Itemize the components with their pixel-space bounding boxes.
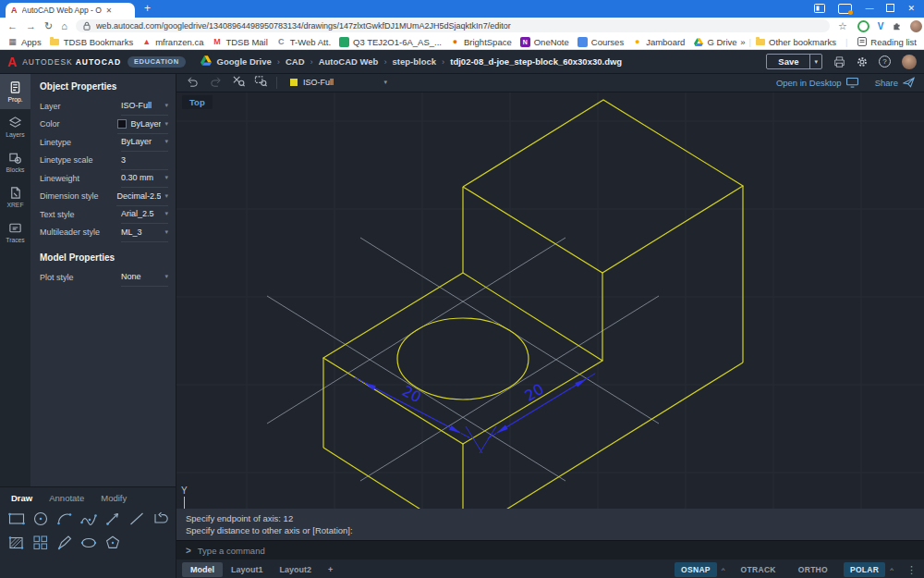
bookmark-item[interactable]: Q3 TEJ2O1-6A_AS_...	[339, 37, 442, 47]
save-button[interactable]: Save ▾	[766, 54, 822, 69]
draw-tools-row1	[0, 507, 176, 531]
reading-icon	[857, 37, 867, 47]
tool-revcloud[interactable]	[53, 531, 77, 555]
cast-icon[interactable]	[814, 4, 825, 15]
breadcrumb-item[interactable]: Google Drive	[217, 56, 272, 67]
toggle-caret-icon[interactable]: ^	[890, 566, 894, 574]
open-in-desktop-button[interactable]: Open in Desktop	[776, 78, 858, 88]
layout-tab-+[interactable]: +	[320, 562, 341, 577]
toggle-ortho[interactable]: ORTHO	[792, 562, 834, 577]
property-row-multileader-style: Multileader styleML_3▾	[40, 224, 168, 242]
browser-tab[interactable]: A AutoCAD Web App - Online CAD ✕	[6, 3, 135, 18]
draw-tab-draw[interactable]: Draw	[11, 493, 32, 503]
breadcrumb-item[interactable]: step-block	[393, 56, 437, 67]
bookmark-item[interactable]: CT-Web Att.	[276, 37, 331, 47]
property-value-dropdown[interactable]: ByLayer▾	[121, 133, 168, 153]
draw-tab-modify[interactable]: Modify	[101, 493, 127, 503]
bookmark-item[interactable]: TDSB Bookmarks	[50, 37, 134, 47]
forward-icon[interactable]: →	[26, 21, 36, 31]
property-value-dropdown[interactable]: Arial_2.5▾	[121, 205, 168, 225]
bookmark-item-other-bookmarks[interactable]: Other bookmarks	[755, 37, 836, 47]
bookmark-item[interactable]: ▲mfranzen.ca	[141, 37, 203, 47]
draw-tab-annotate[interactable]: Annotate	[49, 493, 84, 503]
bookmark-item[interactable]: ●BrightSpace	[450, 37, 512, 47]
home-icon[interactable]: ⌂	[61, 21, 67, 31]
view-orientation-label[interactable]: Top	[182, 95, 213, 109]
layout-tabs: ModelLayout1Layout2+	[182, 562, 341, 577]
property-row-color: ColorByLayer▾	[40, 116, 168, 134]
tool-polygon[interactable]	[101, 531, 125, 555]
puzzle-extension-icon[interactable]	[892, 18, 902, 34]
window-select-icon[interactable]	[254, 74, 267, 91]
property-value-dropdown[interactable]: ISO-Full▾	[121, 97, 168, 117]
tool-arc[interactable]	[53, 507, 77, 531]
vimeo-extension-icon[interactable]: V	[878, 21, 884, 31]
url-field[interactable]: web.autocad.com/googledrive/134089644989…	[76, 19, 830, 32]
redo-icon[interactable]	[209, 74, 223, 91]
layout-tab-model[interactable]: Model	[182, 562, 223, 577]
toggle-polar[interactable]: POLAR	[844, 562, 885, 577]
save-label[interactable]: Save	[767, 55, 809, 68]
toggle-osnap[interactable]: OSNAP	[675, 562, 717, 577]
dropdown-caret-icon: ▾	[164, 120, 168, 128]
toggle-caret-icon[interactable]: ^	[722, 566, 725, 574]
window-minimize-icon[interactable]: —	[865, 5, 873, 13]
property-value-dropdown[interactable]: 0.30 mm▾	[121, 169, 168, 189]
property-value-dropdown[interactable]: Decimal-2.5▾	[116, 187, 168, 206]
status-bar: ModelLayout1Layout2+ OSNAP^OTRACKORTHOPO…	[176, 560, 924, 578]
tool-circle[interactable]	[29, 507, 53, 531]
tool-blocks[interactable]	[29, 531, 53, 555]
selection-cursor-icon[interactable]	[232, 74, 245, 91]
rail-item-prop[interactable]: Prop.	[0, 74, 30, 109]
property-value-dropdown[interactable]: ML_3▾	[121, 223, 168, 242]
breadcrumb-item[interactable]: AutoCAD Web	[319, 56, 379, 67]
tool-hatch[interactable]	[5, 531, 29, 555]
tool-rectangle[interactable]	[5, 507, 29, 531]
bookmark-item[interactable]: MTDSB Mail	[212, 37, 267, 47]
window-maximize-icon[interactable]	[886, 4, 894, 14]
bookmark-star-icon[interactable]: ☆	[838, 21, 847, 31]
save-dropdown-caret-icon[interactable]: ▾	[809, 55, 821, 68]
bookmarks-overflow-icon[interactable]: »	[740, 37, 745, 47]
property-value-dropdown[interactable]: None▾	[121, 268, 168, 288]
media-key-icon[interactable]	[838, 4, 852, 14]
tool-line[interactable]	[125, 507, 149, 531]
share-button[interactable]: Share	[875, 77, 915, 88]
tab-close-icon[interactable]: ✕	[106, 6, 113, 15]
rail-item-traces[interactable]: Traces	[0, 215, 30, 250]
bookmark-item[interactable]: Courses	[578, 37, 624, 47]
tool-ellipse[interactable]	[77, 531, 101, 555]
bookmark-item[interactable]: ▦Apps	[7, 37, 42, 47]
layout-tab-layout2[interactable]: Layout2	[272, 562, 321, 577]
toggle-otrack[interactable]: OTRACK	[735, 562, 783, 577]
back-icon[interactable]: ←	[7, 21, 18, 31]
new-tab-button[interactable]: +	[144, 2, 151, 15]
bookmark-item-reading-list[interactable]: Reading list	[857, 37, 917, 47]
command-input[interactable]: > Type a command	[176, 540, 924, 560]
bookmark-item[interactable]: G Drive	[693, 37, 736, 47]
extension-green-icon[interactable]	[857, 20, 869, 32]
tool-spline[interactable]	[77, 507, 101, 531]
help-icon[interactable]: ?	[879, 55, 891, 68]
browser-profile-avatar[interactable]	[910, 20, 922, 32]
tool-segment[interactable]	[101, 507, 125, 531]
layout-tab-layout1[interactable]: Layout1	[223, 562, 272, 577]
layer-dropdown[interactable]: ISO-Full ▾	[286, 77, 391, 88]
bookmark-item[interactable]: NOneNote	[520, 37, 569, 47]
user-avatar[interactable]	[902, 55, 917, 69]
property-value-dropdown[interactable]: 3	[121, 151, 168, 170]
property-value-dropdown[interactable]: ByLayer▾	[117, 115, 168, 134]
rail-item-xref[interactable]: XREF	[0, 179, 30, 215]
rail-item-blocks[interactable]: Blocks	[0, 144, 30, 179]
statusbar-menu-icon[interactable]: ⋮	[906, 564, 917, 576]
rail-item-layers[interactable]: Layers	[0, 109, 30, 144]
window-close-icon[interactable]: ✕	[907, 5, 915, 13]
breadcrumb-item[interactable]: CAD	[286, 56, 305, 67]
undo-icon[interactable]	[186, 74, 200, 91]
tool-polyline[interactable]	[149, 507, 173, 531]
settings-gear-icon[interactable]	[857, 56, 868, 68]
bookmark-item[interactable]: ●Jamboard	[632, 37, 685, 47]
drawing-canvas[interactable]: 2020 Top Y	[176, 92, 924, 509]
refresh-icon[interactable]: ↻	[44, 21, 53, 31]
print-icon[interactable]	[833, 56, 845, 68]
